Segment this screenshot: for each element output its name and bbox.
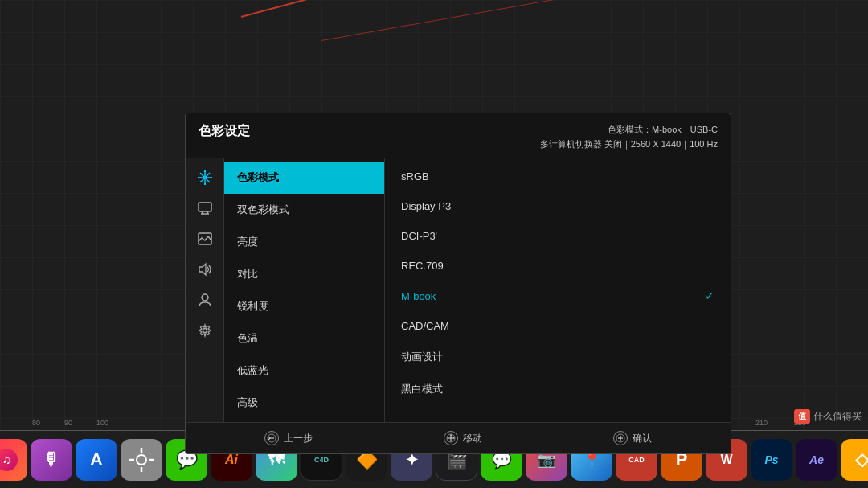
menu-item-sharpness[interactable]: 锐利度 xyxy=(224,290,384,322)
svg-marker-13 xyxy=(199,264,206,275)
ruler-label-210: 210 xyxy=(755,419,768,427)
osd-footer: 上一步 移动 xyxy=(186,422,731,453)
sidebar-icon-volume[interactable] xyxy=(192,256,218,282)
submenu-cadcam[interactable]: CAD/CAM xyxy=(385,311,731,341)
watermark-text: 什么值得买 xyxy=(813,410,862,424)
sidebar-icon-picture[interactable] xyxy=(192,226,218,252)
submenu-display-p3[interactable]: Display P3 xyxy=(385,191,731,221)
osd-status-line2: 多计算机切换器 关闭｜2560 X 1440｜100 Hz xyxy=(540,137,718,152)
submenu-animation[interactable]: 动画设计 xyxy=(385,341,731,373)
menu-item-advanced[interactable]: 高级 xyxy=(224,387,384,419)
dock-item-podcasts[interactable]: 🎙 xyxy=(31,439,72,481)
dock-item-appstore[interactable]: A xyxy=(76,439,117,481)
footer-back-button[interactable]: 上一步 xyxy=(264,431,313,445)
ruler-label-90: 90 xyxy=(64,419,72,427)
move-label: 移动 xyxy=(463,432,482,445)
svg-point-7 xyxy=(210,177,211,178)
dock-item-photoshop[interactable]: Ps xyxy=(751,439,792,481)
footer-confirm-button[interactable]: 确认 xyxy=(613,431,652,445)
svg-point-5 xyxy=(203,183,205,185)
menu-item-brightness[interactable]: 亮度 xyxy=(224,226,384,258)
sidebar-icon-color[interactable] xyxy=(192,165,218,191)
confirm-label: 确认 xyxy=(633,432,652,445)
dock-item-sketch[interactable]: ◇ xyxy=(841,439,868,481)
check-mark-mbook: ✓ xyxy=(705,289,714,302)
confirm-icon xyxy=(613,431,628,445)
menu-item-contrast[interactable]: 对比 xyxy=(224,258,384,290)
menu-item-low-blue[interactable]: 低蓝光 xyxy=(224,355,384,387)
submenu-rec709[interactable]: REC.709 xyxy=(385,251,731,281)
svg-point-6 xyxy=(198,177,199,178)
svg-point-15 xyxy=(203,329,207,333)
ruler-label-80: 80 xyxy=(32,419,40,427)
submenu-bw[interactable]: 黑白模式 xyxy=(385,373,731,405)
dock-item-preferences[interactable] xyxy=(121,439,162,481)
dock-item-music[interactable]: ♫ xyxy=(0,439,27,481)
osd-submenu: sRGB Display P3 DCI-P3' REC.709 M-book ✓… xyxy=(385,158,731,422)
svg-rect-8 xyxy=(199,203,211,211)
svg-point-4 xyxy=(203,170,205,172)
submenu-dci-p3[interactable]: DCI-P3' xyxy=(385,221,731,251)
ruler-label-100: 100 xyxy=(96,419,108,427)
back-label: 上一步 xyxy=(284,432,313,445)
osd-title: 色彩设定 xyxy=(199,123,250,140)
svg-line-19 xyxy=(268,438,270,440)
footer-move-button[interactable]: 移动 xyxy=(444,431,482,445)
submenu-mbook[interactable]: M-book ✓ xyxy=(385,281,731,311)
svg-point-14 xyxy=(202,294,208,301)
osd-status-line1: 色彩模式：M-book｜USB-C xyxy=(540,123,718,137)
submenu-srgb[interactable]: sRGB xyxy=(385,162,731,191)
watermark: 值 什么值得买 xyxy=(794,409,862,424)
osd-menu-list: 色彩模式 双色彩模式 亮度 对比 锐利度 色温 低蓝光 高级 xyxy=(224,158,385,422)
sidebar-icon-monitor[interactable] xyxy=(192,195,218,221)
move-icon xyxy=(444,431,458,445)
red-lines-decoration xyxy=(0,0,868,129)
back-icon xyxy=(264,431,279,445)
watermark-badge: 值 xyxy=(794,409,810,424)
osd-status: 色彩模式：M-book｜USB-C 多计算机切换器 关闭｜2560 X 1440… xyxy=(540,123,718,151)
menu-item-dual-color[interactable]: 双色彩模式 xyxy=(224,194,384,226)
sidebar-icon-settings[interactable] xyxy=(192,318,218,343)
menu-item-color-temp[interactable]: 色温 xyxy=(224,322,384,355)
menu-item-color-mode[interactable]: 色彩模式 xyxy=(224,162,384,194)
sidebar-icon-user[interactable] xyxy=(192,287,218,313)
osd-body: 色彩模式 双色彩模式 亮度 对比 锐利度 色温 低蓝光 高级 sRGB Disp… xyxy=(186,158,731,422)
svg-text:♫: ♫ xyxy=(2,453,11,466)
osd-header: 色彩设定 色彩模式：M-book｜USB-C 多计算机切换器 关闭｜2560 X… xyxy=(186,113,731,158)
osd-menu: 色彩设定 色彩模式：M-book｜USB-C 多计算机切换器 关闭｜2560 X… xyxy=(185,113,731,454)
dock-item-aftereffects[interactable]: Ae xyxy=(796,439,837,481)
osd-sidebar xyxy=(186,158,224,422)
